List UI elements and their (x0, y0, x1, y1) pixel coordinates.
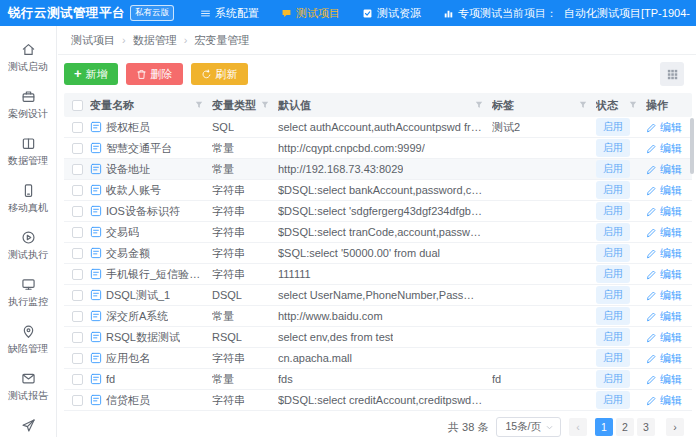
status-badge[interactable]: 启用 (596, 244, 630, 262)
edit-button[interactable]: 编辑 (646, 267, 682, 282)
sidebar-item-label: 缺陷管理 (8, 342, 48, 356)
sidebar-item-2[interactable]: 数据管理 (0, 129, 56, 176)
row-checkbox[interactable] (72, 395, 83, 406)
variable-type: 字符串 (212, 393, 245, 408)
prev-page-button[interactable]: ‹ (569, 418, 587, 436)
add-button[interactable]: + 新增 (64, 63, 118, 85)
table-row[interactable]: 设备地址 常量 http://192.168.73.43:8029 启用 编辑 (64, 159, 692, 180)
edit-button[interactable]: 编辑 (646, 141, 682, 156)
sidebar-item-6[interactable]: 缺陷管理 (0, 317, 56, 364)
edit-button[interactable]: 编辑 (646, 372, 682, 387)
status-badge[interactable]: 启用 (596, 286, 630, 304)
table-row[interactable]: 手机银行_短信验证码 字符串 111111 启用 编辑 (64, 264, 692, 285)
current-project-name[interactable]: 自动化测试项目[TP-1904- (564, 6, 690, 21)
status-badge[interactable]: 启用 (596, 181, 630, 199)
status-badge[interactable]: 启用 (596, 391, 630, 409)
table-row[interactable]: 智慧交通平台 常量 http://cqypt.cnpcbd.com:9999/ … (64, 138, 692, 159)
status-badge[interactable]: 启用 (596, 118, 630, 136)
table-row[interactable]: 信贷柜员 字符串 $DSQL:select creditAccount,cred… (64, 390, 692, 411)
status-badge[interactable]: 启用 (596, 139, 630, 157)
table-row[interactable]: 深交所A系统 常量 http://www.baidu.com 启用 编辑 (64, 306, 692, 327)
edit-button[interactable]: 编辑 (646, 204, 682, 219)
status-badge[interactable]: 启用 (596, 223, 630, 241)
page-button-2[interactable]: 2 (616, 418, 634, 436)
column-header-0: 变量名称 (90, 98, 212, 113)
send-icon (21, 418, 36, 433)
variable-doc-icon (90, 163, 102, 175)
sidebar-item-5[interactable]: 执行监控 (0, 270, 56, 317)
top-nav-item-0[interactable]: 系统配置 (200, 6, 259, 21)
table-row[interactable]: 授权柜员 SQL select authAccount,authAccountp… (64, 117, 692, 138)
top-nav-item-2[interactable]: 测试资源 (362, 6, 421, 21)
sidebar-item-4[interactable]: 测试执行 (0, 223, 56, 270)
row-checkbox[interactable] (72, 164, 83, 175)
page-button-1[interactable]: 1 (595, 418, 613, 436)
filter-icon[interactable] (474, 100, 484, 110)
table-row[interactable]: RSQL数据测试 RSQL select env,des from test 启… (64, 327, 692, 348)
top-nav-item-3[interactable]: 专项测试 (443, 6, 502, 21)
row-checkbox[interactable] (72, 332, 83, 343)
select-all-checkbox[interactable] (72, 100, 83, 111)
breadcrumb-item-0[interactable]: 测试项目 (71, 33, 115, 48)
status-badge[interactable]: 启用 (596, 202, 630, 220)
status-badge[interactable]: 启用 (596, 349, 630, 367)
table-row[interactable]: 应用包名 字符串 cn.apacha.mall 启用 编辑 (64, 348, 692, 369)
sidebar-item-7[interactable]: 测试报告 (0, 364, 56, 411)
breadcrumb-item-2[interactable]: 宏变量管理 (194, 33, 249, 48)
status-badge[interactable]: 启用 (596, 265, 630, 283)
sidebar-item-3[interactable]: 移动真机 (0, 176, 56, 223)
edit-button[interactable]: 编辑 (646, 183, 682, 198)
edit-button[interactable]: 编辑 (646, 225, 682, 240)
edit-button[interactable]: 编辑 (646, 330, 682, 345)
table-row[interactable]: 交易金额 字符串 $SQL:select '50000.00' from dua… (64, 243, 692, 264)
edit-button[interactable]: 编辑 (646, 246, 682, 261)
sidebar-item-8[interactable]: AI识别 (0, 411, 56, 437)
table-row[interactable]: 交易码 字符串 $DSQL:select tranCode,account,pa… (64, 222, 692, 243)
edit-button[interactable]: 编辑 (646, 309, 682, 324)
filter-icon[interactable] (628, 100, 638, 110)
status-badge[interactable]: 启用 (596, 160, 630, 178)
table-row[interactable]: IOS设备标识符 字符串 $DSQL:select 'sdgfergerg43d… (64, 201, 692, 222)
top-nav-item-1[interactable]: 测试项目 (281, 6, 340, 21)
status-badge[interactable]: 启用 (596, 307, 630, 325)
row-checkbox[interactable] (72, 248, 83, 259)
row-checkbox[interactable] (72, 374, 83, 385)
edit-button[interactable]: 编辑 (646, 351, 682, 366)
sidebar-item-1[interactable]: 案例设计 (0, 82, 56, 129)
variable-doc-icon (90, 226, 102, 238)
column-header-label: 变量类型 (212, 98, 256, 113)
row-checkbox[interactable] (72, 143, 83, 154)
table-body: 授权柜员 SQL select authAccount,authAccountp… (64, 117, 692, 411)
vertical-scrollbar-thumb[interactable] (690, 118, 694, 174)
delete-button[interactable]: 删除 (126, 63, 183, 85)
row-checkbox[interactable] (72, 353, 83, 364)
page-size-select[interactable]: 15条/页 (496, 417, 561, 437)
table-row[interactable]: DSQL测试_1 DSQL select UserName,PhoneNumbe… (64, 285, 692, 306)
table-row[interactable]: 收款人账号 字符串 $DSQL:select bankAccount,passw… (64, 180, 692, 201)
refresh-button[interactable]: 刷新 (191, 63, 248, 85)
row-checkbox[interactable] (72, 206, 83, 217)
filter-icon[interactable] (194, 100, 204, 110)
table-row[interactable]: fd 常量 fds fd 启用 编辑 (64, 369, 692, 390)
edit-button[interactable]: 编辑 (646, 288, 682, 303)
column-settings-button[interactable] (660, 62, 684, 86)
filter-icon[interactable] (260, 100, 270, 110)
row-checkbox[interactable] (72, 269, 83, 280)
status-badge[interactable]: 启用 (596, 328, 630, 346)
sidebar-item-0[interactable]: 测试启动 (0, 35, 56, 82)
row-checkbox[interactable] (72, 290, 83, 301)
breadcrumb-item-1[interactable]: 数据管理 (133, 33, 177, 48)
next-page-button[interactable]: › (666, 418, 684, 436)
row-checkbox[interactable] (72, 227, 83, 238)
status-badge[interactable]: 启用 (596, 370, 630, 388)
row-checkbox[interactable] (72, 122, 83, 133)
edit-button[interactable]: 编辑 (646, 120, 682, 135)
pencil-icon (646, 143, 657, 154)
row-checkbox[interactable] (72, 185, 83, 196)
row-checkbox[interactable] (72, 311, 83, 322)
edit-button[interactable]: 编辑 (646, 162, 682, 177)
edit-button[interactable]: 编辑 (646, 393, 682, 408)
page-button-3[interactable]: 3 (637, 418, 655, 436)
variable-type: 常量 (212, 372, 234, 387)
filter-icon[interactable] (578, 100, 588, 110)
